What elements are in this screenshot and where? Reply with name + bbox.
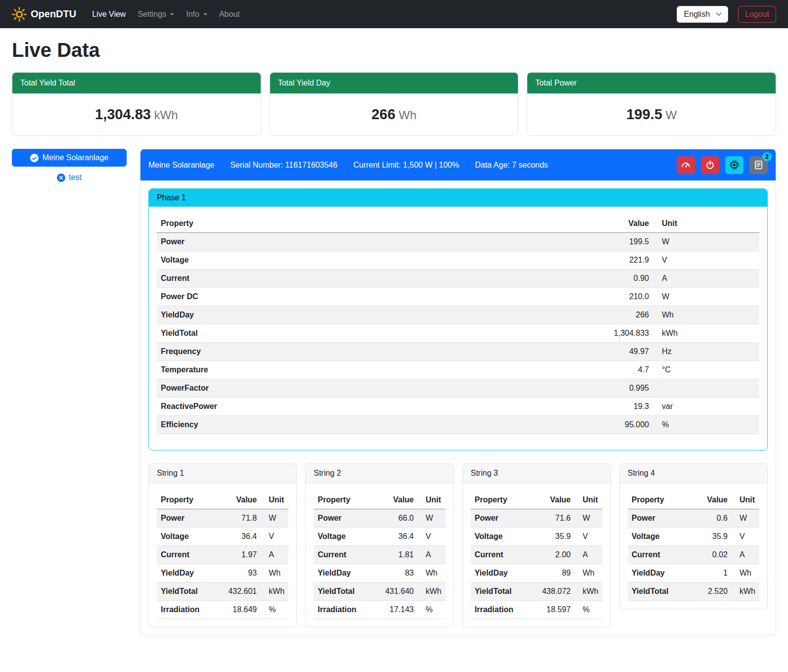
table-row: PowerFactor0.995	[157, 379, 759, 398]
unit-cell: W	[575, 509, 603, 528]
property-cell: Current	[157, 546, 215, 564]
value-cell: 266	[454, 306, 653, 324]
data-table: PropertyValueUnitPower199.5WVoltage221.9…	[157, 215, 759, 434]
value-cell: 432.601	[215, 582, 261, 601]
value-cell: 35.9	[529, 528, 574, 546]
unit-cell: A	[653, 269, 759, 288]
string-card-body: PropertyValueUnitPower71.6WVoltage35.9VC…	[463, 483, 610, 619]
table-row: Current1.97A	[157, 546, 288, 564]
table-row: YieldDay93Wh	[157, 564, 288, 582]
power-button[interactable]	[701, 156, 719, 174]
property-cell: Voltage	[157, 528, 215, 546]
column-header-value: Value	[529, 491, 574, 509]
language-select[interactable]: English	[677, 6, 728, 23]
value-cell: 1	[691, 564, 732, 582]
sun-logo-icon	[12, 7, 27, 22]
value-cell: 49.97	[454, 343, 653, 361]
unit-cell: A	[575, 546, 603, 564]
property-cell: YieldDay	[471, 564, 529, 582]
value-cell: 66.0	[372, 509, 417, 528]
property-cell: Current	[314, 546, 372, 564]
unit-cell: var	[653, 398, 759, 416]
table-row: Voltage35.9V	[628, 528, 759, 546]
inverter-button-test[interactable]: test	[54, 173, 85, 182]
value-cell: 431.640	[372, 582, 417, 601]
summary-card: Total Power199.5 W	[527, 72, 776, 136]
table-row: Voltage35.9V	[471, 528, 603, 546]
column-header-property: Property	[157, 215, 454, 233]
unit-cell: V	[575, 528, 603, 546]
property-cell: YieldTotal	[471, 582, 529, 601]
table-row: Power71.8W	[157, 509, 288, 528]
property-cell: ReactivePower	[157, 398, 454, 416]
summary-card: Total Yield Day266 Wh	[270, 72, 519, 136]
summary-card-title: Total Yield Day	[270, 73, 518, 93]
nav-item-live-view[interactable]: Live View	[86, 6, 132, 23]
page-title: Live Data	[12, 39, 776, 61]
table-row: YieldDay83Wh	[314, 564, 445, 582]
value-cell: 438.072	[529, 582, 574, 601]
power-icon	[705, 160, 715, 170]
event-count-badge: 2	[762, 152, 772, 161]
property-cell: Irradiation	[471, 601, 529, 619]
value-cell: 199.5	[454, 233, 653, 251]
value-cell: 0.6	[691, 509, 732, 528]
property-cell: YieldDay	[157, 564, 215, 582]
check-circle-icon	[30, 154, 39, 162]
summary-card-body: 1,304.83 kWh	[12, 93, 261, 135]
nav-items: Live ViewSettingsInfoAbout	[86, 6, 246, 23]
value-cell: 0.90	[454, 269, 653, 288]
table-row: Voltage36.4V	[314, 528, 445, 546]
column-header-unit: Unit	[418, 491, 446, 509]
value-cell: 71.6	[529, 509, 574, 528]
unit-cell: Wh	[418, 564, 446, 582]
property-cell: Irradiation	[314, 601, 372, 619]
table-row: Current1.81A	[314, 546, 445, 564]
property-cell: YieldDay	[157, 306, 454, 324]
phase-table-container: PropertyValueUnitPower199.5WVoltage221.9…	[149, 207, 767, 450]
string-card: String 3PropertyValueUnitPower71.6WVolta…	[463, 463, 611, 627]
value-cell: 89	[529, 564, 574, 582]
inverter-button-selected[interactable]: Meine Solaranlage	[12, 149, 127, 167]
nav-item-settings[interactable]: Settings	[132, 6, 180, 23]
property-cell: Power	[471, 509, 529, 528]
table-row: YieldDay266Wh	[157, 306, 759, 324]
string-card-title: String 1	[149, 464, 296, 483]
logout-button[interactable]: Logout	[738, 6, 776, 23]
table-row: YieldTotal431.640kWh	[314, 582, 445, 601]
table-row: Voltage36.4V	[157, 528, 288, 546]
summary-card: Total Yield Total1,304.83 kWh	[12, 72, 261, 136]
device-info-button[interactable]	[725, 156, 743, 174]
limit-settings-button[interactable]	[677, 156, 695, 174]
column-header-property: Property	[314, 491, 372, 509]
unit-cell: W	[418, 509, 446, 528]
column-header-value: Value	[372, 491, 417, 509]
value-cell: 1,304.833	[454, 324, 653, 343]
data-table: PropertyValueUnitPower0.6WVoltage35.9VCu…	[628, 491, 759, 601]
page-content: Live Data Total Yield Total1,304.83 kWhT…	[0, 28, 788, 654]
value-cell: 35.9	[691, 528, 732, 546]
value-cell: 19.3	[454, 398, 653, 416]
brand-link[interactable]: OpenDTU	[12, 7, 76, 22]
language-value: English	[684, 10, 710, 19]
unit-cell: A	[261, 546, 288, 564]
gauge-icon	[681, 160, 691, 170]
summary-card-title: Total Yield Total	[12, 73, 261, 93]
property-cell: YieldTotal	[157, 582, 215, 601]
navbar-right: English Logout	[677, 6, 776, 23]
value-cell: 1.97	[215, 546, 261, 564]
column-header-property: Property	[157, 491, 215, 509]
summary-value: 199.5	[626, 106, 662, 122]
value-cell: 0.02	[691, 546, 732, 564]
unit-cell: W	[261, 509, 288, 528]
value-cell: 1.81	[372, 546, 417, 564]
nav-item-info[interactable]: Info	[180, 6, 213, 23]
nav-item-about[interactable]: About	[213, 6, 246, 23]
unit-cell: %	[418, 601, 446, 619]
table-header-row: PropertyValueUnit	[471, 491, 603, 509]
string-card-body: PropertyValueUnitPower0.6WVoltage35.9VCu…	[620, 483, 767, 601]
inverter-limit: Current Limit: 1,500 W | 100%	[353, 161, 459, 170]
event-log-button[interactable]: 2	[749, 156, 768, 174]
value-cell: 18.597	[529, 601, 574, 619]
column-header-value: Value	[215, 491, 261, 509]
